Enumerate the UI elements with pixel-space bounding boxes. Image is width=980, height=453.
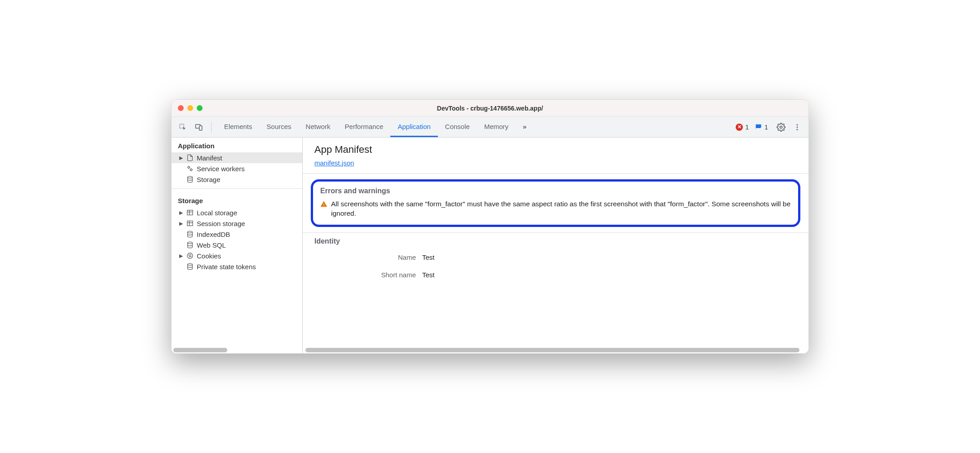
file-icon	[186, 154, 194, 162]
sidebar-item-label: IndexedDB	[197, 231, 230, 238]
application-sidebar: Application ▶ Manifest ▶ Service workers…	[172, 138, 303, 353]
tab-sources[interactable]: Sources	[260, 117, 299, 137]
svg-point-18	[188, 242, 193, 244]
svg-point-20	[189, 255, 189, 255]
svg-point-10	[188, 176, 193, 178]
sidebar-item-label: Storage	[197, 176, 221, 183]
sidebar-item-private-state-tokens[interactable]: ▶ Private state tokens	[172, 261, 302, 272]
sidebar-item-label: Session storage	[197, 220, 245, 227]
warning-icon	[320, 200, 327, 208]
sidebar-section-storage: Storage	[172, 192, 302, 207]
sidebar-divider	[172, 188, 302, 189]
identity-value: Test	[422, 271, 435, 279]
devtools-toolbar: Elements Sources Network Performance App…	[172, 117, 808, 138]
svg-point-6	[797, 126, 798, 128]
panel-tabs: Elements Sources Network Performance App…	[217, 117, 534, 137]
identity-key: Name	[314, 253, 422, 261]
identity-title: Identity	[314, 237, 797, 245]
database-icon	[186, 230, 194, 238]
page-title: App Manifest	[314, 144, 797, 155]
sidebar-item-cookies[interactable]: ▶ Cookies	[172, 250, 302, 261]
svg-point-22	[190, 256, 190, 257]
titlebar: DevTools - crbug-1476656.web.app/	[172, 100, 808, 117]
identity-section: Identity Name Test Short name Test	[303, 233, 808, 298]
issues-badge[interactable]: 1	[755, 124, 768, 131]
section-divider	[303, 173, 808, 174]
database-icon	[186, 175, 194, 183]
panel-body: Application ▶ Manifest ▶ Service workers…	[172, 138, 808, 353]
svg-point-8	[188, 166, 190, 168]
devtools-window: DevTools - crbug-1476656.web.app/ Elemen…	[171, 99, 809, 354]
manifest-link[interactable]: manifest.json	[314, 159, 354, 167]
traffic-lights	[178, 105, 203, 111]
identity-key: Short name	[314, 271, 422, 279]
issue-icon	[755, 124, 762, 131]
svg-rect-14	[187, 221, 193, 226]
identity-value: Test	[422, 253, 435, 261]
table-icon	[186, 209, 194, 217]
gears-icon	[186, 164, 194, 173]
sidebar-item-label: Web SQL	[197, 241, 226, 249]
sidebar-item-label: Service workers	[197, 165, 245, 173]
tab-console[interactable]: Console	[438, 117, 477, 137]
sidebar-item-label: Cookies	[197, 252, 221, 260]
svg-rect-3	[757, 125, 761, 128]
sidebar-item-session-storage[interactable]: ▶ Session storage	[172, 218, 302, 229]
settings-icon[interactable]	[774, 120, 788, 134]
close-window-button[interactable]	[178, 105, 184, 111]
svg-point-17	[188, 231, 193, 233]
errors-badge[interactable]: ✕ 1	[736, 124, 749, 131]
status-badges: ✕ 1 1	[736, 124, 768, 131]
database-icon	[186, 262, 194, 271]
sidebar-item-web-sql[interactable]: ▶ Web SQL	[172, 240, 302, 250]
sidebar-item-label: Private state tokens	[197, 263, 256, 271]
error-icon: ✕	[736, 124, 743, 131]
svg-rect-11	[187, 210, 193, 215]
sidebar-item-label: Manifest	[197, 154, 222, 162]
warning-text: All screenshots with the same "form_fact…	[331, 200, 791, 218]
svg-point-7	[797, 129, 798, 130]
main-horizontal-scrollbar[interactable]	[303, 347, 802, 353]
chevron-right-icon: ▶	[179, 221, 183, 226]
inspect-element-icon[interactable]	[176, 120, 190, 134]
sidebar-section-application: Application	[172, 138, 302, 152]
identity-row-name: Name Test	[314, 253, 797, 261]
device-toolbar-icon[interactable]	[192, 120, 206, 134]
tab-elements[interactable]: Elements	[217, 117, 260, 137]
tab-memory[interactable]: Memory	[477, 117, 516, 137]
kebab-menu-icon[interactable]	[790, 120, 804, 134]
window-title: DevTools - crbug-1476656.web.app/	[172, 105, 808, 112]
error-count: 1	[745, 124, 749, 131]
sidebar-item-local-storage[interactable]: ▶ Local storage	[172, 207, 302, 218]
tab-network[interactable]: Network	[299, 117, 338, 137]
toolbar-separator	[211, 122, 212, 133]
sidebar-item-service-workers[interactable]: ▶ Service workers	[172, 163, 302, 174]
identity-row-short-name: Short name Test	[314, 271, 797, 279]
sidebar-item-label: Local storage	[197, 209, 237, 217]
sidebar-horizontal-scrollbar[interactable]	[172, 347, 302, 353]
svg-point-24	[188, 263, 193, 265]
svg-rect-2	[199, 126, 202, 130]
errors-warnings-title: Errors and warnings	[320, 187, 791, 195]
tabs-overflow-button[interactable]: »	[516, 117, 534, 137]
issue-count: 1	[764, 124, 768, 131]
chevron-right-icon: ▶	[179, 155, 183, 161]
tab-performance[interactable]: Performance	[338, 117, 391, 137]
maximize-window-button[interactable]	[197, 105, 203, 111]
minimize-window-button[interactable]	[187, 105, 193, 111]
database-icon	[186, 241, 194, 249]
svg-point-19	[187, 253, 193, 258]
manifest-panel: App Manifest manifest.json Errors and wa…	[303, 138, 808, 353]
sidebar-item-manifest[interactable]: ▶ Manifest	[172, 152, 302, 163]
sidebar-item-storage[interactable]: ▶ Storage	[172, 174, 302, 185]
table-icon	[186, 219, 194, 227]
sidebar-item-indexeddb[interactable]: ▶ IndexedDB	[172, 229, 302, 240]
svg-point-4	[780, 126, 782, 128]
warning-row: All screenshots with the same "form_fact…	[320, 200, 791, 218]
tab-application[interactable]: Application	[390, 117, 437, 137]
errors-warnings-callout: Errors and warnings All screenshots with…	[311, 179, 800, 227]
chevron-right-icon: ▶	[179, 210, 183, 216]
chevron-right-icon: ▶	[179, 253, 183, 259]
svg-point-23	[190, 256, 191, 257]
cookie-icon	[186, 252, 194, 260]
